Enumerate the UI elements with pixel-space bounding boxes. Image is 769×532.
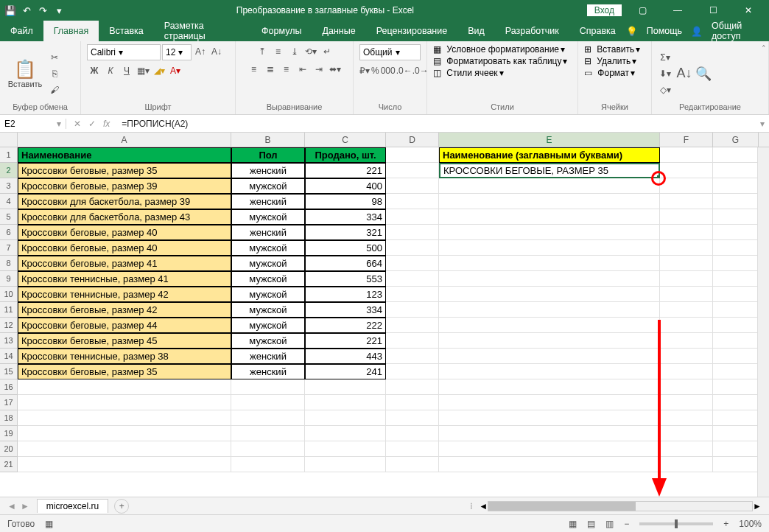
cell[interactable] bbox=[18, 426, 231, 441]
align-bottom-icon[interactable]: ⤓ bbox=[287, 44, 302, 59]
cell[interactable] bbox=[18, 441, 231, 457]
split-icon[interactable]: ⁞ bbox=[470, 501, 473, 511]
cell[interactable]: 321 bbox=[305, 225, 386, 240]
sheet-prev-icon[interactable]: ◄ bbox=[7, 501, 16, 511]
cell[interactable] bbox=[386, 194, 439, 209]
cell[interactable] bbox=[713, 302, 759, 318]
row-header[interactable]: 19 bbox=[0, 426, 18, 441]
redo-icon[interactable]: ↷ bbox=[37, 4, 49, 16]
row-header[interactable]: 5 bbox=[0, 209, 18, 225]
cell[interactable] bbox=[386, 225, 439, 240]
cell[interactable] bbox=[713, 256, 759, 271]
cell[interactable] bbox=[660, 379, 713, 395]
decrease-indent-icon[interactable]: ⇤ bbox=[295, 62, 310, 77]
cell[interactable] bbox=[439, 302, 660, 318]
cell[interactable] bbox=[305, 395, 386, 410]
cell[interactable] bbox=[713, 410, 759, 426]
zoom-slider[interactable] bbox=[639, 522, 713, 525]
cell[interactable]: Кроссовки для баскетбола, размер 39 bbox=[18, 194, 231, 209]
cell[interactable]: 334 bbox=[305, 209, 386, 225]
cell[interactable] bbox=[713, 163, 759, 178]
tab-developer[interactable]: Разработчик bbox=[495, 21, 569, 41]
orientation-icon[interactable]: ⟲▾ bbox=[303, 44, 318, 59]
cell[interactable] bbox=[713, 333, 759, 349]
cell[interactable] bbox=[386, 333, 439, 349]
cell[interactable]: 222 bbox=[305, 318, 386, 333]
hscroll-right-icon[interactable]: ► bbox=[753, 501, 762, 511]
cell[interactable]: 123 bbox=[305, 287, 386, 302]
cell[interactable] bbox=[713, 379, 759, 395]
cell[interactable] bbox=[231, 379, 305, 395]
cell[interactable]: 553 bbox=[305, 271, 386, 287]
login-button[interactable]: Вход bbox=[587, 4, 622, 16]
cell[interactable]: Кроссовки беговые, размер 41 bbox=[18, 256, 231, 271]
cell[interactable] bbox=[713, 318, 759, 333]
wrap-text-icon[interactable]: ↵ bbox=[320, 44, 334, 59]
cell[interactable]: Кроссовки беговые, размер 42 bbox=[18, 302, 231, 318]
cell[interactable] bbox=[439, 395, 660, 410]
cell[interactable]: 98 bbox=[305, 194, 386, 209]
cell[interactable]: Кроссовки беговые, размер 44 bbox=[18, 318, 231, 333]
row-header[interactable]: 12 bbox=[0, 318, 18, 333]
zoom-level[interactable]: 100% bbox=[739, 519, 762, 529]
cell[interactable] bbox=[439, 318, 660, 333]
cell[interactable]: женский bbox=[231, 163, 305, 178]
cell[interactable] bbox=[305, 410, 386, 426]
cell[interactable] bbox=[713, 271, 759, 287]
font-name-select[interactable]: Calibri▾ bbox=[87, 44, 161, 60]
cell[interactable] bbox=[713, 457, 759, 472]
cell[interactable]: Кроссовки теннисные, размер 42 bbox=[18, 287, 231, 302]
align-right-icon[interactable]: ≡ bbox=[279, 62, 294, 77]
cell[interactable] bbox=[18, 457, 231, 472]
borders-icon[interactable]: ▦▾ bbox=[136, 63, 150, 78]
increase-decimal-icon[interactable]: .0← bbox=[397, 63, 412, 78]
cell[interactable] bbox=[660, 426, 713, 441]
currency-icon[interactable]: ₽▾ bbox=[359, 63, 370, 78]
tellme-label[interactable]: Помощь bbox=[647, 26, 682, 36]
cell[interactable] bbox=[660, 318, 713, 333]
cell[interactable] bbox=[305, 379, 386, 395]
cell[interactable]: мужской bbox=[231, 240, 305, 256]
row-header[interactable]: 3 bbox=[0, 178, 18, 194]
view-normal-icon[interactable]: ▦ bbox=[569, 519, 577, 529]
sort-filter-icon[interactable]: A↓ bbox=[677, 66, 692, 81]
cell[interactable] bbox=[439, 194, 660, 209]
cell[interactable] bbox=[439, 364, 660, 379]
col-header-D[interactable]: D bbox=[386, 133, 439, 147]
cell[interactable] bbox=[660, 194, 713, 209]
col-header-E[interactable]: E bbox=[439, 133, 660, 147]
cell[interactable]: мужской bbox=[231, 256, 305, 271]
cell[interactable] bbox=[713, 178, 759, 194]
row-header[interactable]: 18 bbox=[0, 410, 18, 426]
cell[interactable]: Кроссовки теннисные, размер 41 bbox=[18, 271, 231, 287]
cell[interactable] bbox=[231, 395, 305, 410]
save-icon[interactable]: 💾 bbox=[4, 4, 16, 16]
cell[interactable] bbox=[386, 302, 439, 318]
cell[interactable] bbox=[713, 209, 759, 225]
row-header[interactable]: 7 bbox=[0, 240, 18, 256]
zoom-in-icon[interactable]: + bbox=[723, 519, 728, 529]
cell[interactable] bbox=[386, 410, 439, 426]
cell[interactable] bbox=[660, 225, 713, 240]
cell[interactable] bbox=[713, 426, 759, 441]
undo-icon[interactable]: ↶ bbox=[21, 4, 32, 16]
cell[interactable] bbox=[386, 457, 439, 472]
cancel-formula-icon[interactable]: ✕ bbox=[74, 119, 81, 129]
cell[interactable]: Кроссовки для баскетбола, размер 43 bbox=[18, 209, 231, 225]
cell[interactable]: Пол bbox=[231, 147, 305, 163]
row-header[interactable]: 21 bbox=[0, 457, 18, 472]
cell[interactable] bbox=[439, 256, 660, 271]
add-sheet-button[interactable]: + bbox=[114, 499, 129, 514]
cell[interactable] bbox=[18, 395, 231, 410]
cell[interactable]: 221 bbox=[305, 333, 386, 349]
cell[interactable] bbox=[439, 410, 660, 426]
tab-home[interactable]: Главная bbox=[43, 21, 99, 41]
name-box[interactable]: E2▾ bbox=[0, 119, 66, 129]
share-label[interactable]: Общий доступ bbox=[712, 21, 762, 41]
cell[interactable]: Кроссовки беговые, размер 35 bbox=[18, 163, 231, 178]
row-header[interactable]: 9 bbox=[0, 271, 18, 287]
cell[interactable] bbox=[713, 349, 759, 364]
cell[interactable] bbox=[439, 333, 660, 349]
cell[interactable] bbox=[713, 194, 759, 209]
cell[interactable]: мужской bbox=[231, 333, 305, 349]
